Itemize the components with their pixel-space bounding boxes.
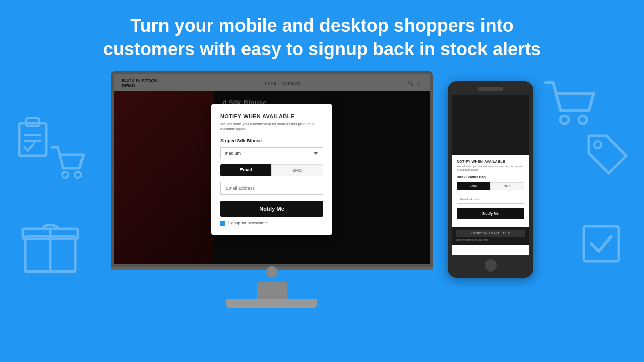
- phone-notification-tabs: Email SMS: [457, 182, 524, 190]
- notify-modal: NOTIFY WHEN AVAILABLE We will send you a…: [211, 104, 332, 235]
- notification-tabs: Email SMS: [220, 164, 323, 176]
- newsletter-label: Signup for newsletter?: [228, 221, 268, 225]
- phone-modal-title: NOTIFY WHEN AVAILABLE: [457, 160, 524, 163]
- stand-base: [226, 299, 317, 308]
- phone-tab-sms[interactable]: SMS: [490, 182, 524, 190]
- phone-home-button[interactable]: [485, 259, 497, 272]
- content-area: BACK IN STOCK DEMO HOME CATALOG 🔍 🛒: [0, 71, 644, 308]
- email-input[interactable]: [220, 182, 323, 195]
- phone-store-bg: [452, 95, 529, 155]
- phone-notify-available-label[interactable]: NOTIFY WHEN AVAILABLE: [456, 230, 525, 237]
- monitor-button: [266, 266, 277, 278]
- phone-bottom-description: Stock notifications for your store: [456, 239, 525, 242]
- header-line2: customers with easy to signup back in st…: [103, 39, 541, 59]
- modal-subtitle: We will send you a notification as soon …: [220, 122, 323, 132]
- header-line1: Turn your mobile and desktop shoppers in…: [130, 15, 513, 36]
- size-select[interactable]: medium: [220, 147, 323, 159]
- phone-bottom-section: NOTIFY WHEN AVAILABLE Stock notification…: [452, 227, 529, 245]
- desktop-mockup: BACK IN STOCK DEMO HOME CATALOG 🔍 🛒: [111, 71, 433, 308]
- phone-body: NOTIFY WHEN AVAILABLE We will send you a…: [448, 81, 533, 278]
- modal-title: NOTIFY WHEN AVAILABLE: [220, 113, 323, 119]
- phone-modal: NOTIFY WHEN AVAILABLE We will send you a…: [452, 155, 529, 227]
- phone-notify-me-button[interactable]: Notify Me: [457, 208, 524, 219]
- newsletter-signup: Signup for newsletter?: [220, 221, 323, 226]
- tab-email[interactable]: Email: [220, 164, 271, 176]
- tab-sms[interactable]: SMS: [271, 164, 323, 176]
- phone-modal-product: Black Leather Bag: [457, 175, 524, 179]
- phone-screen: NOTIFY WHEN AVAILABLE We will send you a…: [452, 95, 529, 255]
- phone-tab-email[interactable]: Email: [457, 182, 490, 190]
- modal-overlay: NOTIFY WHEN AVAILABLE We will send you a…: [114, 74, 430, 264]
- notify-me-button[interactable]: Notify Me: [220, 201, 323, 217]
- stand-neck: [257, 282, 287, 299]
- monitor-stand: [111, 267, 433, 308]
- monitor-screen: BACK IN STOCK DEMO HOME CATALOG 🔍 🛒: [111, 71, 433, 267]
- phone-mockup: NOTIFY WHEN AVAILABLE We will send you a…: [448, 81, 533, 278]
- modal-product-name: Striped Silk Blouse: [220, 138, 323, 143]
- phone-email-input[interactable]: [457, 195, 524, 204]
- header-text: Turn your mobile and desktop shoppers in…: [0, 0, 644, 71]
- phone-speaker: [478, 87, 503, 90]
- newsletter-checkbox[interactable]: [220, 221, 225, 226]
- phone-modal-subtitle: We will send you a notification as soon …: [457, 165, 524, 172]
